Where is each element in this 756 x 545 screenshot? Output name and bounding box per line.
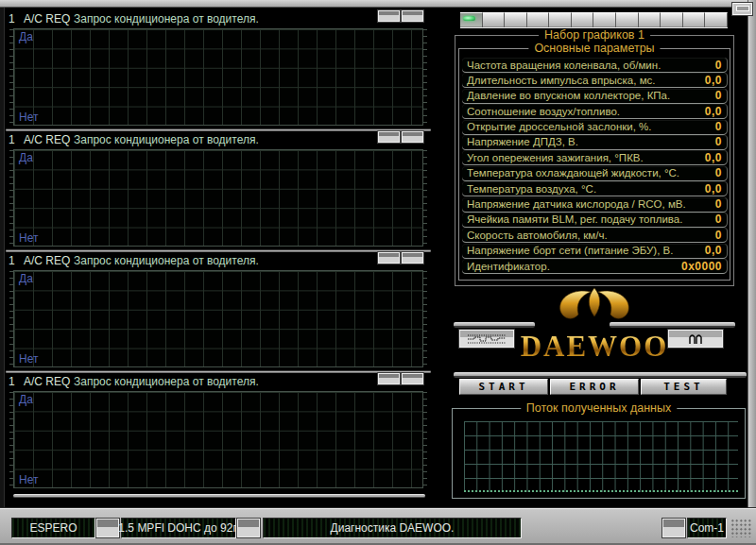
waveform-icon (467, 333, 507, 345)
signal-name: A/C REQ (24, 133, 70, 147)
parameter-row: Угол опережения зажигания, °ПКВ.0,0 (462, 150, 727, 164)
signal-description: Запрос кондиционера от водителя. (74, 375, 259, 389)
graph-panel-header: 1 A/C REQ Запрос кондиционера от водител… (6, 254, 374, 268)
signal-name: A/C REQ (24, 12, 70, 26)
panel-button-1[interactable] (378, 10, 400, 22)
graph-set-tab-9[interactable] (639, 12, 662, 27)
right-tool-rail (610, 322, 735, 328)
parameter-label: Идентификатор. (467, 261, 550, 272)
graph-set-tab-8[interactable] (616, 12, 639, 27)
parameter-row: Ячейкиа памяти BLM, рег. подачу топлива.… (462, 213, 727, 227)
com-port-readout: Com-1 (687, 518, 727, 538)
y-axis-bottom-label: Нет (19, 111, 38, 124)
parameter-value: 0 (715, 166, 722, 179)
panel-button-2[interactable] (402, 10, 423, 22)
parameter-value: 0 (715, 197, 722, 211)
parameter-value: 0,0 (705, 74, 722, 87)
panel-separator (6, 249, 431, 252)
signal-description: Запрос кондиционера от водителя. (74, 12, 259, 26)
parameter-rows: Частота вращения коленвала, об/мин.0Длит… (462, 58, 727, 274)
parameter-value: 0,0 (705, 182, 722, 196)
mode-readout: Диагностика DAEWOO. (263, 518, 522, 538)
panel-button-2[interactable] (402, 252, 423, 264)
signal-name: A/C REQ (24, 375, 70, 389)
graph-plot-area: Да Нет (13, 270, 423, 367)
graph-set-tab-11[interactable] (683, 12, 706, 27)
graph-set-tab-7[interactable] (593, 12, 616, 27)
window-left-edge (0, 8, 5, 507)
active-tab-led-icon (463, 16, 475, 21)
command-rail (454, 372, 747, 378)
channel-number: 1 (9, 375, 15, 389)
resize-grip[interactable] (730, 519, 751, 537)
parameter-value: 0,0 (705, 151, 722, 164)
parameter-row: Давление во впускном коллекторе, КПа.0 (462, 89, 727, 103)
parameter-value: 0 (715, 59, 722, 72)
error-button[interactable]: ERROR (550, 379, 639, 395)
parameter-label: Соотношение воздух/топливо. (467, 106, 620, 117)
graph-panel: 1 A/C REQ Запрос кондиционера от водител… (6, 8, 433, 128)
graph-set-tab-2[interactable] (483, 12, 506, 27)
parameter-value: 0 (715, 120, 722, 133)
engine-select-button[interactable] (237, 519, 260, 537)
graph-set-tabs (460, 12, 728, 27)
start-button[interactable]: START (459, 379, 548, 395)
car-model-readout: ESPERO (11, 518, 95, 538)
panel-button-2[interactable] (402, 373, 423, 384)
parameter-value: 0 (715, 135, 722, 148)
panel-separator (6, 128, 431, 131)
window-right-edge (747, 0, 756, 507)
parameter-label: Длительность импульса впрыска, мс. (467, 75, 656, 86)
parameter-row: Скорость автомобиля, км/ч.0 (462, 228, 727, 242)
parameter-row: Частота вращения коленвала, об/мин.0 (462, 58, 727, 72)
oscillogram-button[interactable] (459, 330, 514, 348)
parameter-value: 0,0 (705, 105, 722, 118)
parameter-label: Температура охлаждающей жидкости, °С. (467, 167, 679, 179)
channel-number: 1 (9, 254, 15, 268)
window-rollup-button[interactable] (732, 3, 752, 15)
window-top-edge (0, 0, 756, 8)
model-select-button[interactable] (96, 519, 119, 537)
graph-set-tab-3[interactable] (505, 12, 527, 27)
channel-number: 1 (9, 133, 15, 147)
status-bar: ESPERO 1.5 MPFI DOHC до 92г. Диагностика… (0, 507, 756, 545)
graph-set-tab-6[interactable] (572, 12, 594, 27)
panel-button-1[interactable] (378, 373, 400, 384)
parameter-value: 0 (715, 89, 722, 102)
graph-column-bottom-ridge (13, 494, 425, 498)
parameter-label: Напряжение борт сети (питание ЭБУ), В. (467, 245, 673, 256)
parameter-label: Скорость автомобиля, км/ч. (467, 230, 608, 241)
parameter-row: Напряжение ДПДЗ, В.0 (462, 135, 727, 149)
parameter-label: Ячейкиа памяти BLM, рег. подачу топлива. (467, 213, 682, 225)
parameter-label: Напряжение датчика кислорода / RCO, мВ. (467, 198, 686, 210)
graph-set-tab-4[interactable] (527, 12, 550, 27)
parameter-row: Температура охлаждающей жидкости, °С.0 (462, 166, 727, 180)
engine-readout: 1.5 MPFI DOHC до 92г. (121, 518, 236, 538)
port-select-button[interactable] (662, 519, 685, 537)
graph-set-tab-12[interactable] (705, 12, 728, 27)
graph-plot-area: Да Нет (13, 28, 423, 126)
graph-panel-header: 1 A/C REQ Запрос кондиционера от водител… (6, 133, 374, 147)
panel-button-1[interactable] (378, 131, 400, 143)
diagnostic-app-window: 1 A/C REQ Запрос кондиционера от водител… (0, 0, 756, 545)
graph-set-tab-1[interactable] (460, 12, 483, 27)
graph-set-tab-5[interactable] (549, 12, 572, 27)
parameter-label: Частота вращения коленвала, об/мин. (467, 60, 661, 71)
parameter-row: Длительность импульса впрыска, мс.0,0 (462, 73, 727, 87)
y-axis-bottom-label: Нет (19, 473, 38, 486)
graph-set-tab-10[interactable] (661, 12, 683, 27)
parameter-row: Напряжение датчика кислорода / RCO, мВ.0 (462, 197, 727, 212)
test-button[interactable]: TEST (641, 379, 727, 395)
panel-button-1[interactable] (378, 252, 400, 264)
panel-button-2[interactable] (402, 131, 423, 143)
parameter-value: 0x0000 (681, 260, 722, 273)
logbook-button[interactable] (668, 330, 723, 348)
parameter-row: Напряжение борт сети (питание ЭБУ), В.0,… (462, 244, 727, 258)
left-tool-rail (454, 322, 535, 328)
daewoo-emblem-icon (555, 287, 634, 327)
graph-panel-header: 1 A/C REQ Запрос кондиционера от водител… (6, 12, 374, 26)
y-axis-bottom-label: Нет (19, 231, 38, 245)
graph-panel: 1 A/C REQ Запрос кондиционера от водител… (6, 249, 433, 370)
channel-number: 1 (9, 12, 15, 26)
data-stream-title: Поток полученных данных (521, 401, 677, 415)
